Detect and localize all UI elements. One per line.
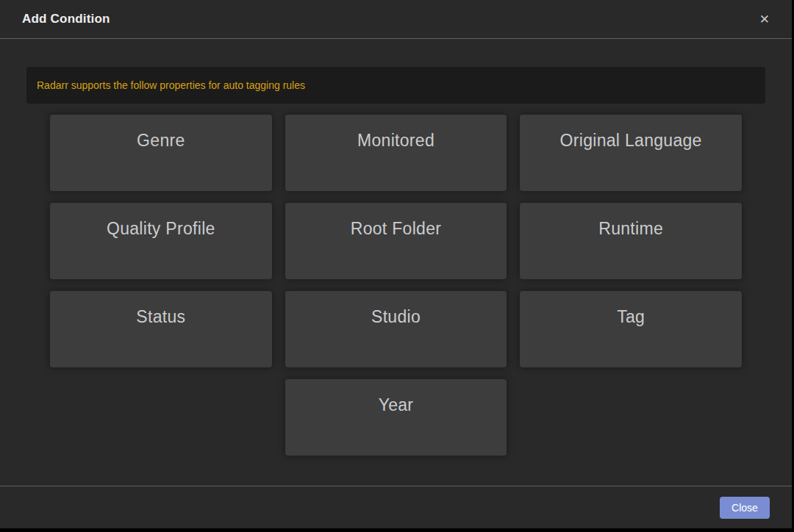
condition-label: Tag xyxy=(617,307,645,326)
condition-card[interactable]: Quality Profile xyxy=(50,203,272,279)
condition-card[interactable]: Year xyxy=(285,379,507,456)
condition-card[interactable]: Tag xyxy=(520,291,742,367)
condition-label: Studio xyxy=(371,307,421,326)
modal-header: Add Condition ✕ xyxy=(0,0,792,39)
condition-label: Year xyxy=(379,395,414,414)
condition-card[interactable]: Genre xyxy=(50,115,272,191)
condition-card[interactable]: Studio xyxy=(285,291,507,367)
add-condition-modal: Add Condition ✕ Radarr supports the foll… xyxy=(0,0,792,528)
modal-body: Radarr supports the follow properties fo… xyxy=(0,39,792,486)
condition-label: Root Folder xyxy=(351,219,441,238)
close-icon[interactable]: ✕ xyxy=(759,13,770,26)
condition-label: Quality Profile xyxy=(107,219,215,238)
condition-label: Monitored xyxy=(357,131,434,150)
condition-label: Original Language xyxy=(560,131,702,150)
condition-label: Genre xyxy=(137,131,185,150)
modal-footer: Close xyxy=(0,486,792,528)
condition-label: Runtime xyxy=(598,219,663,238)
condition-card[interactable]: Status xyxy=(50,291,272,367)
condition-card[interactable]: Runtime xyxy=(520,203,742,279)
condition-card[interactable]: Monitored xyxy=(285,115,507,191)
condition-label: Status xyxy=(136,307,185,326)
close-button[interactable]: Close xyxy=(720,497,770,519)
modal-title: Add Condition xyxy=(22,12,110,26)
warning-alert-text: Radarr supports the follow properties fo… xyxy=(37,79,305,91)
condition-card[interactable]: Original Language xyxy=(520,115,742,191)
warning-alert: Radarr supports the follow properties fo… xyxy=(26,67,765,104)
condition-grid: Genre Monitored Original Language Qualit… xyxy=(50,115,742,456)
condition-card[interactable]: Root Folder xyxy=(285,203,507,279)
